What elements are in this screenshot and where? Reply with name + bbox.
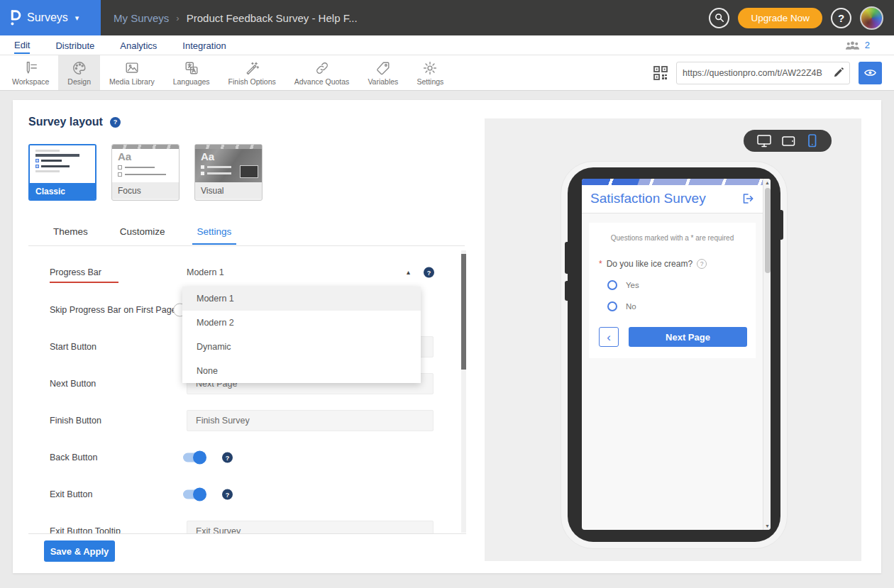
finish-button-input[interactable] [187, 410, 434, 431]
tool-settings[interactable]: Settings [407, 55, 453, 90]
nav-tab-distribute[interactable]: Distribute [55, 38, 94, 53]
scroll-down-arrow[interactable]: ▼ [763, 523, 771, 528]
survey-url-box [676, 62, 850, 84]
breadcrumb-separator: › [176, 13, 179, 23]
preview-panel: Satisfaction Survey Questions marked wit… [485, 118, 861, 561]
layout-help-icon[interactable]: ? [110, 117, 121, 128]
next-button-label: Next Button [50, 379, 96, 389]
nav-tab-analytics[interactable]: Analytics [120, 38, 157, 53]
survey-nav: Edit Distribute Analytics Integration 2 [0, 35, 894, 55]
tool-advance-quotas[interactable]: Advance Quotas [285, 55, 359, 90]
survey-next-button[interactable]: Next Page [629, 327, 747, 347]
focus-thumbnail: Aa [112, 145, 179, 182]
upgrade-now-button[interactable]: Upgrade Now [738, 8, 822, 28]
question-text: Do you like ice cream? [607, 259, 692, 269]
search-icon [714, 13, 724, 23]
tag-icon [375, 60, 391, 76]
users-icon [845, 40, 860, 50]
translate-icon [184, 60, 199, 76]
tab-settings[interactable]: Settings [192, 226, 237, 245]
desktop-preview-icon[interactable] [757, 134, 771, 148]
page-background: Survey layout ? Classic Aa [0, 91, 894, 588]
dropdown-option-modern2[interactable]: Modern 2 [182, 311, 421, 335]
product-switcher[interactable]: Surveys ▾ [0, 0, 101, 35]
exit-tooltip-input[interactable] [187, 521, 434, 534]
layout-label: Visual [195, 182, 262, 199]
tool-finish-options[interactable]: Finish Options [219, 55, 285, 90]
form-scrollbar[interactable] [461, 250, 466, 533]
nav-tab-integration[interactable]: Integration [182, 38, 226, 53]
dropdown-option-dynamic[interactable]: Dynamic [182, 335, 421, 359]
topbar: Surveys ▾ My Surveys › Product Feedback … [0, 0, 894, 35]
scroll-up-arrow[interactable]: ▲ [763, 180, 771, 185]
design-panel: Survey layout ? Classic Aa [13, 100, 881, 573]
user-avatar[interactable] [860, 6, 883, 30]
survey-header: Satisfaction Survey [582, 185, 763, 213]
palette-icon [72, 60, 87, 76]
collaborators-count: 2 [865, 40, 870, 50]
dropdown-option-none[interactable]: None [182, 359, 421, 383]
volume-up-button [565, 242, 568, 274]
save-apply-button[interactable]: Save & Apply [44, 540, 115, 562]
exit-button-help-icon[interactable]: ? [222, 489, 233, 500]
dropdown-option-modern1[interactable]: Modern 1 [182, 287, 421, 311]
progress-fill [582, 179, 640, 185]
phone-mockup: Satisfaction Survey Questions marked wit… [568, 167, 780, 542]
tab-customize[interactable]: Customize [115, 226, 170, 245]
design-tabs: Themes Customize Settings [48, 226, 236, 245]
survey-back-button[interactable]: ‹ [599, 327, 619, 347]
back-button-label: Back Button [50, 453, 97, 462]
phone-scrollbar[interactable]: ▲ ▼ [763, 179, 771, 530]
preview-eye-button[interactable] [859, 62, 882, 84]
answer-option-yes[interactable]: Yes [607, 280, 750, 290]
nav-tab-edit[interactable]: Edit [14, 37, 30, 54]
question-row: * Do you like ice cream? ? [599, 259, 750, 269]
survey-url-input[interactable] [683, 68, 829, 78]
back-button-toggle[interactable] [183, 453, 205, 462]
exit-button-toggle[interactable] [183, 490, 205, 499]
phone-scrollbar-thumb[interactable] [765, 188, 771, 273]
required-note: Questions marked with a * are required [595, 231, 750, 243]
form-scrollbar-thumb[interactable] [461, 254, 466, 370]
layout-option-focus[interactable]: Aa Focus [111, 144, 180, 201]
progress-bar-select[interactable]: Modern 1 [187, 267, 224, 277]
radio-icon[interactable] [607, 301, 617, 311]
answer-option-no[interactable]: No [607, 301, 750, 311]
tool-design[interactable]: Design [58, 55, 100, 90]
collaborators[interactable]: 2 [845, 40, 870, 50]
section-title: Survey layout [28, 116, 103, 128]
survey-nav-buttons: ‹ Next Page [599, 327, 747, 347]
progress-bar-help-icon[interactable]: ? [424, 267, 434, 278]
layout-options: Classic Aa Focus Aa Vis [28, 144, 263, 201]
progress-bar-dropdown: Modern 1 Modern 2 Dynamic None [182, 287, 421, 383]
question-help-icon[interactable]: ? [697, 259, 707, 269]
chevron-up-icon[interactable]: ▴ [407, 268, 410, 276]
toolbar-right [653, 55, 894, 90]
tool-languages[interactable]: Languages [164, 55, 219, 90]
eye-icon [864, 68, 876, 77]
help-button[interactable]: ? [831, 8, 851, 28]
edit-pencil-icon[interactable] [833, 67, 844, 78]
layout-label: Classic [30, 183, 95, 199]
radio-icon[interactable] [607, 280, 617, 290]
breadcrumb-my-surveys[interactable]: My Surveys [114, 12, 169, 24]
tool-workspace[interactable]: Workspace [3, 55, 58, 90]
search-button[interactable] [709, 8, 729, 28]
tablet-preview-icon[interactable] [782, 135, 795, 148]
progress-bar-label: Progress Bar [50, 267, 101, 277]
tool-media-library[interactable]: Media Library [100, 55, 164, 90]
settings-form: Progress Bar Modern 1 ▴ ? Skip Progress … [28, 246, 466, 534]
changed-indicator [50, 282, 118, 283]
visual-thumbnail: Aa [195, 145, 262, 182]
power-button [780, 210, 783, 240]
tab-themes[interactable]: Themes [48, 226, 93, 245]
qr-code-icon[interactable] [653, 66, 668, 80]
mobile-preview-icon[interactable] [806, 134, 818, 148]
back-button-help-icon[interactable]: ? [222, 453, 233, 463]
layout-option-classic[interactable]: Classic [28, 144, 96, 201]
tool-variables[interactable]: Variables [358, 55, 407, 90]
exit-survey-icon[interactable] [742, 193, 754, 204]
survey-title: Satisfaction Survey [590, 191, 706, 206]
layout-option-visual[interactable]: Aa Visual [194, 144, 263, 201]
device-switcher [744, 130, 832, 152]
